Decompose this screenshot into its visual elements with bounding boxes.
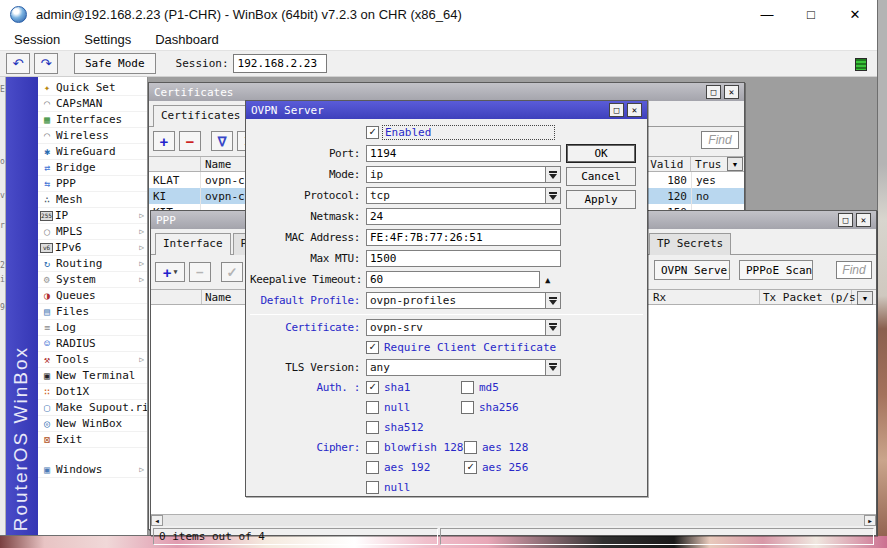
cancel-button[interactable]: Cancel bbox=[566, 167, 636, 186]
sidebar-item-windows[interactable]: ▣Windows bbox=[38, 462, 147, 478]
scroll-right-icon[interactable]: ▶ bbox=[864, 515, 876, 526]
sidebar-item-wireless[interactable]: ◠Wireless bbox=[38, 128, 147, 144]
filter-icon[interactable]: ∇ bbox=[211, 131, 233, 151]
auth-null-checkbox[interactable] bbox=[366, 401, 379, 414]
sidebar-item-radius[interactable]: ☺RADIUS bbox=[38, 336, 147, 352]
sidebar-item-make-supout[interactable]: ▢Make Supout.rif bbox=[38, 400, 147, 416]
scroll-left-icon[interactable]: ◀ bbox=[151, 515, 163, 526]
minimize-button[interactable]: — bbox=[745, 1, 789, 27]
safe-mode-button[interactable]: Safe Mode bbox=[74, 53, 156, 74]
redo-button[interactable]: ↷ bbox=[34, 53, 58, 74]
redo-icon: ↷ bbox=[41, 56, 52, 71]
sidebar-item-tools[interactable]: ⚒Tools bbox=[38, 352, 147, 368]
add-button[interactable]: +▾ bbox=[155, 262, 185, 282]
auth-sha1-checkbox[interactable] bbox=[366, 381, 379, 394]
cipher-blowfish128-checkbox[interactable] bbox=[366, 441, 379, 454]
auth-md5-checkbox[interactable] bbox=[461, 381, 474, 394]
sidebar-item-exit[interactable]: ⊠Exit bbox=[38, 432, 147, 448]
close-icon[interactable]: ✕ bbox=[724, 85, 739, 99]
maximize-button[interactable]: □ bbox=[789, 1, 833, 27]
tab-secrets[interactable]: TP Secrets bbox=[649, 233, 731, 255]
mode-select[interactable]: ip bbox=[366, 166, 561, 183]
dropdown-icon[interactable] bbox=[545, 293, 560, 308]
default-profile-select[interactable]: ovpn-profiles bbox=[366, 292, 561, 309]
mac-address-label: MAC Address: bbox=[250, 231, 360, 244]
mode-value: ip bbox=[370, 168, 383, 181]
dropdown-icon[interactable] bbox=[545, 360, 560, 375]
remove-button[interactable]: − bbox=[179, 131, 201, 151]
sidebar-item-ppp[interactable]: ⇆PPP bbox=[38, 176, 147, 192]
tls-version-select[interactable]: any bbox=[366, 359, 561, 376]
ovpn-dialog-titlebar[interactable]: OVPN Server □ ✕ bbox=[246, 101, 647, 119]
undo-button[interactable]: ↶ bbox=[6, 53, 30, 74]
sidebar-item-new-winbox[interactable]: ◎New WinBox bbox=[38, 416, 147, 432]
require-client-certificate-checkbox[interactable] bbox=[366, 341, 379, 354]
flags-column-header[interactable] bbox=[149, 157, 201, 171]
add-button[interactable]: + bbox=[153, 131, 175, 151]
rx-column-header[interactable]: Rx bbox=[653, 291, 666, 304]
tab-interface[interactable]: Interface bbox=[155, 233, 231, 255]
menu-settings[interactable]: Settings bbox=[84, 32, 131, 47]
sidebar-item-queues[interactable]: ◑Queues bbox=[38, 288, 147, 304]
certificate-select[interactable]: ovpn-srv bbox=[366, 319, 561, 336]
sidebar-item-dot1x[interactable]: ∷Dot1X bbox=[38, 384, 147, 400]
ovpn-server-button[interactable]: OVPN Server bbox=[654, 260, 730, 280]
name-column-header[interactable]: Name bbox=[205, 291, 232, 304]
auth-sha256-checkbox[interactable] bbox=[461, 401, 474, 414]
column-selector-icon[interactable]: ▼ bbox=[727, 157, 743, 171]
keepalive-timeout-field[interactable] bbox=[366, 271, 540, 288]
enable-button[interactable]: ✓ bbox=[221, 262, 243, 282]
tab-certificates[interactable]: Certificates bbox=[153, 105, 248, 127]
session-input[interactable] bbox=[233, 54, 327, 73]
enabled-checkbox[interactable] bbox=[366, 126, 379, 139]
find-input[interactable] bbox=[701, 131, 739, 149]
mac-address-field[interactable] bbox=[366, 229, 561, 246]
sidebar-item-quick-set[interactable]: ✦Quick Set bbox=[38, 80, 147, 96]
trusted-column-header[interactable]: Trus bbox=[691, 157, 727, 171]
sidebar-item-ip[interactable]: 255IP bbox=[38, 208, 147, 224]
ok-button[interactable]: OK bbox=[566, 144, 636, 163]
dropdown-icon[interactable] bbox=[545, 167, 560, 182]
sidebar-item-ipv6[interactable]: v6IPv6 bbox=[38, 240, 147, 256]
sidebar-item-system[interactable]: ⚙System bbox=[38, 272, 147, 288]
dropdown-icon[interactable] bbox=[545, 320, 560, 335]
pppoe-scan-button[interactable]: PPPoE Scan bbox=[739, 260, 813, 280]
remove-button[interactable]: − bbox=[189, 262, 211, 282]
sidebar-item-interfaces[interactable]: ▦Interfaces bbox=[38, 112, 147, 128]
maximize-icon[interactable]: □ bbox=[609, 103, 624, 117]
sidebar-item-bridge[interactable]: ⇄Bridge bbox=[38, 160, 147, 176]
horizontal-scrollbar[interactable]: ◀ ▶ bbox=[151, 514, 876, 526]
winbox-icon: ◎ bbox=[40, 418, 54, 429]
sidebar-item-files[interactable]: ▤Files bbox=[38, 304, 147, 320]
sidebar-item-mesh[interactable]: ∴Mesh bbox=[38, 192, 147, 208]
sidebar-item-log[interactable]: ≡Log bbox=[38, 320, 147, 336]
sidebar-item-new-terminal[interactable]: ▣New Terminal bbox=[38, 368, 147, 384]
protocol-select[interactable]: tcp bbox=[366, 187, 561, 204]
cipher-null-checkbox[interactable] bbox=[366, 481, 379, 494]
netmask-field[interactable] bbox=[366, 208, 561, 225]
column-selector-icon[interactable]: ▼ bbox=[857, 291, 873, 305]
certificates-titlebar[interactable]: Certificates □ ✕ bbox=[149, 83, 744, 101]
tx-packet-column-header[interactable]: Tx Packet (p/s bbox=[763, 291, 856, 304]
menu-dashboard[interactable]: Dashboard bbox=[155, 32, 219, 47]
close-icon[interactable]: ✕ bbox=[627, 103, 642, 117]
maximize-icon[interactable]: □ bbox=[706, 85, 721, 99]
dropdown-icon[interactable] bbox=[545, 188, 560, 203]
auth-sha512-checkbox[interactable] bbox=[366, 421, 379, 434]
apply-button[interactable]: Apply bbox=[566, 190, 636, 209]
spin-up-icon[interactable] bbox=[545, 275, 550, 285]
close-icon[interactable]: ✕ bbox=[856, 213, 871, 227]
cipher-aes256-checkbox[interactable] bbox=[464, 461, 477, 474]
sidebar-item-capsman[interactable]: ◠CAPsMAN bbox=[38, 96, 147, 112]
menu-session[interactable]: Session bbox=[14, 32, 60, 47]
sidebar-item-wireguard[interactable]: ✱WireGuard bbox=[38, 144, 147, 160]
max-mtu-field[interactable] bbox=[366, 250, 561, 267]
close-button[interactable]: ✕ bbox=[833, 1, 877, 27]
maximize-icon[interactable]: □ bbox=[838, 213, 853, 227]
sidebar-item-routing[interactable]: ↻Routing bbox=[38, 256, 147, 272]
sidebar-item-mpls[interactable]: ○MPLS bbox=[38, 224, 147, 240]
find-input[interactable] bbox=[836, 261, 872, 279]
cipher-aes192-checkbox[interactable] bbox=[366, 461, 379, 474]
port-field[interactable] bbox=[366, 145, 561, 162]
cipher-aes128-checkbox[interactable] bbox=[464, 441, 477, 454]
